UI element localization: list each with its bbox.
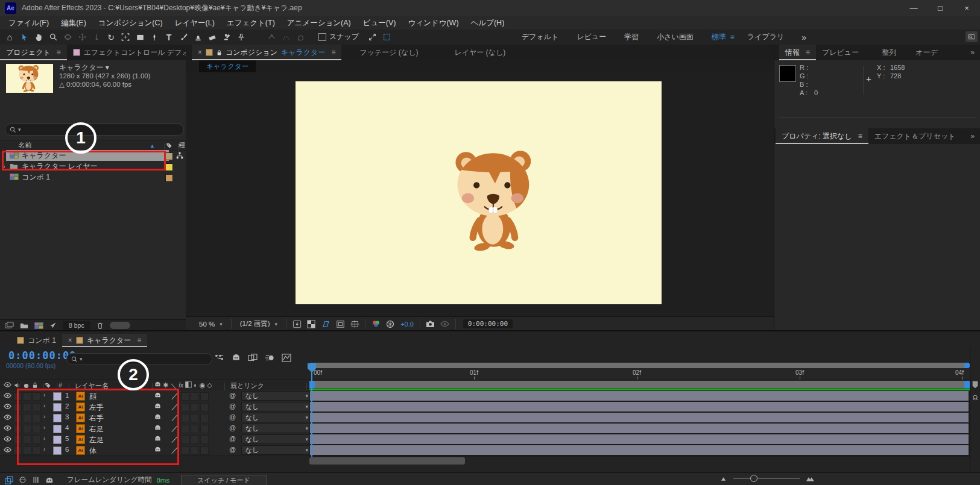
fx-icon[interactable]: fx [179, 381, 183, 390]
label-column-icon[interactable] [166, 142, 172, 149]
zoom-slider-track[interactable] [733, 478, 800, 479]
menu-item-3[interactable]: レイヤー(L) [169, 16, 221, 30]
workspace-tab[interactable]: デフォルト [513, 32, 567, 42]
motion-blur-toggle[interactable] [191, 392, 199, 401]
3d-toggle[interactable] [200, 425, 209, 433]
panel-menu-icon[interactable]: ≡ [137, 336, 141, 345]
channel-icon[interactable] [369, 319, 382, 330]
3d-toggle[interactable] [200, 392, 209, 401]
parent-pickwhip-icon[interactable]: @ [229, 446, 236, 453]
menu-item-4[interactable]: エフェクト(T) [221, 16, 281, 30]
magnification-dropdown[interactable]: 50 %▾ [194, 321, 227, 328]
orbit-camera-tool[interactable] [60, 31, 75, 43]
motion-blur-toggle[interactable] [191, 425, 199, 433]
frame-blending-icon[interactable] [248, 354, 258, 362]
puppet-pin-tool[interactable] [234, 31, 248, 43]
info-tab-overflow[interactable]: » [964, 45, 980, 60]
type-tool[interactable]: T [162, 31, 176, 43]
tab-effects-presets[interactable]: エフェクト＆プリセット [868, 128, 962, 144]
zoom-in-mountain-icon[interactable] [806, 475, 815, 482]
comp-mini-flowchart-icon[interactable] [215, 354, 224, 362]
eye-icon[interactable] [4, 415, 11, 420]
parent-pickwhip-icon[interactable]: @ [229, 392, 236, 399]
zoom-slider-thumb[interactable] [750, 475, 757, 482]
eye-icon[interactable] [4, 425, 11, 431]
guides-icon[interactable] [348, 319, 361, 330]
snapshot-camera-icon[interactable] [424, 319, 437, 330]
parent-dropdown[interactable]: なし▾ [241, 434, 312, 444]
draft-3d-icon[interactable] [19, 476, 27, 484]
parent-dropdown[interactable]: なし▾ [241, 391, 312, 401]
layer-duration-bar-右足[interactable] [310, 424, 969, 433]
show-snapshot-icon[interactable] [438, 319, 452, 330]
viewer-comp-tab[interactable]: キャラクター [199, 60, 256, 72]
menu-item-6[interactable]: ビュー(V) [357, 16, 402, 30]
comp-timecode[interactable]: 0:00:00:00 [463, 319, 513, 328]
roto-brush-tool[interactable] [220, 31, 234, 43]
project-row-2[interactable]: コンポ 1 [0, 172, 186, 183]
exposure-value[interactable]: +0.0 [400, 321, 414, 328]
selection-tool[interactable] [17, 31, 31, 43]
minimize-button[interactable]: — [900, 0, 927, 16]
solo-column-icon[interactable] [24, 383, 29, 389]
parent-pickwhip-icon[interactable]: @ [229, 413, 236, 421]
label-column-icon[interactable] [45, 382, 51, 389]
expand-tool-icon[interactable] [365, 31, 379, 43]
project-settings-icon[interactable] [49, 322, 57, 329]
properties-tab-overflow[interactable]: » [964, 128, 980, 144]
pen-tool[interactable] [147, 31, 162, 43]
panel-menu-icon[interactable]: ≡ [806, 48, 810, 57]
comp-viewer[interactable] [186, 72, 774, 316]
3d-toggle[interactable] [200, 414, 209, 422]
fast-preview-icon[interactable] [290, 319, 303, 330]
tab-project[interactable]: プロジェクト ≡ [0, 45, 67, 60]
workspace-search-button[interactable] [966, 31, 978, 42]
3d-toggle[interactable] [200, 446, 209, 455]
parent-dropdown[interactable]: なし▾ [241, 445, 312, 455]
shy-layers-icon[interactable] [45, 477, 54, 484]
eye-icon[interactable] [4, 393, 11, 398]
tab-footage[interactable]: フッテージ (なし) [353, 45, 424, 60]
column-name-header[interactable]: 名前 [18, 141, 32, 150]
mask-feather-tool[interactable] [279, 31, 293, 43]
close-button[interactable]: × [953, 0, 980, 16]
zoom-out-mountain-icon[interactable] [721, 475, 727, 481]
maximize-button[interactable]: □ [927, 0, 953, 16]
audio-column-icon[interactable] [14, 382, 21, 389]
parent-dropdown[interactable]: なし▾ [241, 424, 312, 433]
dolly-camera-tool[interactable] [89, 31, 104, 43]
tab-character-timeline[interactable]: × キャラクター ≡ [62, 334, 147, 347]
panel-menu-icon[interactable]: ≡ [858, 132, 862, 140]
tab-info[interactable]: 情報≡ [779, 45, 816, 60]
time-navigator-bar[interactable] [309, 363, 970, 368]
tab-layer[interactable]: レイヤー (なし) [448, 45, 511, 60]
menu-item-1[interactable]: 編集(E) [55, 16, 92, 30]
motion-blur-toggle[interactable] [191, 446, 199, 455]
fx-toggle[interactable] [181, 392, 189, 401]
workspace-menu-icon[interactable]: ≡ [730, 33, 735, 42]
column-type-header[interactable]: 種 [179, 141, 186, 150]
motion-blur-toggle[interactable] [191, 436, 199, 444]
switch-mode-button[interactable]: スイッチ / モード [181, 475, 267, 485]
lock-icon[interactable] [217, 49, 222, 56]
clone-stamp-tool[interactable] [191, 31, 205, 43]
parent-pickwhip-icon[interactable]: @ [229, 435, 236, 442]
character-art[interactable] [447, 146, 546, 251]
number-column-header[interactable]: # [58, 381, 62, 389]
tab-audio[interactable]: オーデ [909, 45, 944, 60]
fx-toggle[interactable] [181, 403, 189, 411]
hand-tool[interactable] [31, 31, 46, 43]
eye-icon[interactable] [4, 447, 11, 452]
tab-preview[interactable]: プレビュー [816, 45, 865, 60]
sort-ascending-icon[interactable]: ▲ [150, 143, 155, 149]
trash-icon[interactable] [96, 322, 104, 330]
3d-toggle[interactable] [200, 436, 209, 444]
new-composition-icon[interactable] [34, 322, 43, 329]
playhead-handle[interactable] [307, 363, 317, 373]
eye-icon[interactable] [4, 404, 11, 409]
graph-editor-icon[interactable] [282, 354, 291, 362]
label-color-chip[interactable] [165, 174, 173, 182]
parent-pickwhip-icon[interactable]: @ [229, 424, 236, 431]
menu-item-2[interactable]: コンポジション(C) [92, 16, 169, 30]
lasso-tool[interactable] [293, 31, 308, 43]
